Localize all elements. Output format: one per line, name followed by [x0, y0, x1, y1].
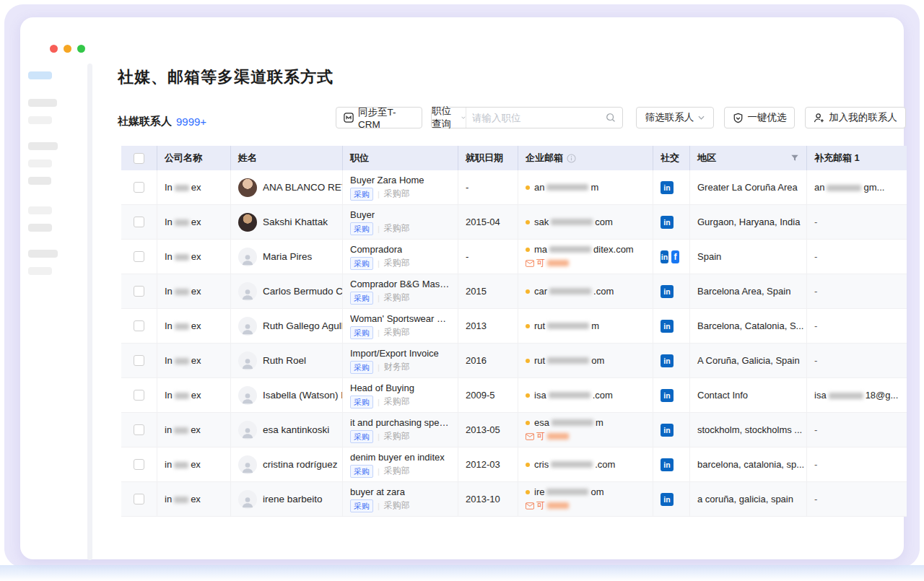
sidebar-item-placeholder[interactable]	[28, 206, 52, 214]
linkedin-icon[interactable]: in	[661, 250, 668, 263]
contact-name[interactable]: Sakshi Khattak	[263, 217, 328, 227]
region: Barcelona Area, Spain	[690, 274, 807, 308]
hire-date: -	[458, 170, 518, 204]
position-cell: denim buyer en inditex 采购|采购部	[343, 447, 458, 481]
row-checkbox[interactable]	[134, 286, 144, 297]
row-checkbox[interactable]	[134, 355, 144, 366]
row-checkbox[interactable]	[134, 251, 144, 262]
facebook-icon[interactable]: f	[671, 250, 679, 263]
company-email[interactable]: isa.com	[526, 390, 613, 401]
sidebar-item-placeholder[interactable]	[28, 142, 58, 150]
add-to-my-contacts-button[interactable]: 加入我的联系人	[805, 107, 906, 128]
contact-name[interactable]: irene barbeito	[263, 494, 323, 504]
linkedin-icon[interactable]: in	[661, 320, 674, 333]
contact-name[interactable]: Maria Pires	[263, 251, 312, 262]
row-checkbox[interactable]	[134, 424, 144, 435]
position-title: it and purchasing speci...	[350, 417, 451, 428]
row-checkbox[interactable]	[134, 459, 144, 470]
avatar	[238, 178, 257, 197]
filter-contacts-dropdown[interactable]: 筛选联系人	[636, 107, 714, 128]
position-cell: Woman' Sportswear Bu... 采购|采购部	[343, 309, 458, 343]
hire-date: 2015-04	[458, 205, 518, 239]
social-cell: in	[653, 482, 690, 516]
app-window: 社媒、邮箱等多渠道联系方式 社媒联系人 9999+ 同步至T-CRM 职位查询 …	[20, 17, 904, 559]
linkedin-icon[interactable]: in	[661, 389, 674, 402]
page-title: 社媒、邮箱等多渠道联系方式	[118, 66, 334, 88]
company-email[interactable]: ireom	[526, 486, 604, 497]
search-icon[interactable]	[606, 108, 622, 128]
linkedin-icon[interactable]: in	[661, 493, 674, 506]
contact-count[interactable]: 9999+	[176, 115, 206, 128]
company-email[interactable]: esam	[526, 417, 603, 428]
row-checkbox[interactable]	[134, 217, 144, 227]
region: a coruña, galicia, spain	[690, 482, 807, 516]
row-checkbox[interactable]	[134, 182, 144, 193]
contact-name[interactable]: Ruth Roel	[263, 355, 306, 366]
linkedin-icon[interactable]: in	[661, 424, 674, 437]
sync-to-crm-button[interactable]: 同步至T-CRM	[336, 107, 422, 128]
extra-email: -	[814, 251, 817, 262]
contact-name[interactable]: ANA BLANCO REY	[263, 182, 343, 193]
avatar	[238, 421, 257, 440]
minimize-window-icon[interactable]	[64, 45, 71, 53]
extra-email: -	[814, 217, 817, 227]
company-email[interactable]: rutom	[526, 355, 604, 366]
sidebar-item-active[interactable]	[28, 71, 52, 79]
sync-button-label: 同步至T-CRM	[358, 106, 414, 130]
region: stockholm, stockholms ...	[690, 413, 807, 447]
sidebar-item-placeholder[interactable]	[28, 116, 52, 124]
contact-name[interactable]: Carlos Bermudo Cr...	[263, 286, 343, 297]
avatar	[238, 317, 257, 336]
filter-funnel-icon[interactable]	[790, 154, 799, 162]
info-icon[interactable]	[567, 154, 576, 163]
row-checkbox[interactable]	[134, 390, 144, 401]
contact-name-cell: Maria Pires	[231, 240, 343, 274]
row-checkbox[interactable]	[134, 494, 144, 504]
position-type-dropdown[interactable]: 职位查询	[432, 108, 466, 128]
linkedin-icon[interactable]: in	[661, 458, 674, 471]
department-label: 采购部	[384, 499, 410, 512]
email-deliverable-badge: 可	[526, 499, 569, 512]
contact-name[interactable]: Ruth Gallego Agulló	[263, 320, 343, 331]
contact-name[interactable]: esa kantinkoski	[263, 424, 329, 435]
close-window-icon[interactable]	[50, 45, 58, 53]
maximize-window-icon[interactable]	[77, 45, 85, 53]
contact-name[interactable]: cristina rodríguez	[263, 459, 338, 470]
linkedin-icon[interactable]: in	[661, 181, 674, 194]
company-email[interactable]: car.com	[526, 286, 614, 297]
company-email[interactable]: cris.com	[526, 459, 615, 470]
contact-name[interactable]: Isabella (Watson) L...	[263, 390, 343, 401]
sidebar-item-placeholder[interactable]	[28, 267, 52, 275]
company-email[interactable]: sakcom	[526, 217, 613, 227]
company-email[interactable]: rutm	[526, 320, 599, 331]
sidebar-item-placeholder[interactable]	[28, 160, 52, 167]
envelope-icon	[526, 433, 534, 440]
table-row: Inex Maria Pires Compradora 采购|采购部 - mad…	[121, 240, 907, 274]
linkedin-icon[interactable]: in	[661, 354, 674, 367]
hire-date: -	[458, 240, 518, 274]
person-avatar-icon	[240, 425, 255, 440]
extra-email: isa18@g...	[814, 390, 898, 401]
linkedin-icon[interactable]: in	[661, 285, 674, 298]
sidebar-item-placeholder[interactable]	[28, 99, 57, 107]
department-label: 采购部	[384, 326, 410, 338]
purchase-tag: 采购	[350, 292, 373, 305]
company-email-cell: anm	[518, 170, 653, 204]
company-name: inex	[157, 482, 231, 516]
linkedin-icon[interactable]: in	[661, 216, 674, 229]
position-search-input[interactable]	[466, 108, 606, 128]
select-all-checkbox[interactable]	[134, 153, 144, 164]
sidebar-item-placeholder[interactable]	[28, 177, 51, 185]
social-cell: in	[653, 378, 690, 412]
company-email[interactable]: maditex.com	[526, 244, 634, 255]
one-click-optimize-button[interactable]: 一键优选	[724, 107, 795, 128]
company-email[interactable]: anm	[526, 182, 598, 193]
sidebar-divider	[87, 64, 92, 560]
company-email-cell: car.com	[518, 274, 653, 308]
table-row: inex cristina rodríguez denim buyer en i…	[121, 447, 907, 482]
position-dropdown-label: 职位查询	[432, 105, 457, 131]
sidebar-item-placeholder[interactable]	[28, 224, 52, 232]
sidebar-item-placeholder[interactable]	[28, 250, 58, 258]
row-checkbox[interactable]	[134, 320, 144, 331]
contact-name-cell: Ruth Roel	[231, 344, 343, 377]
